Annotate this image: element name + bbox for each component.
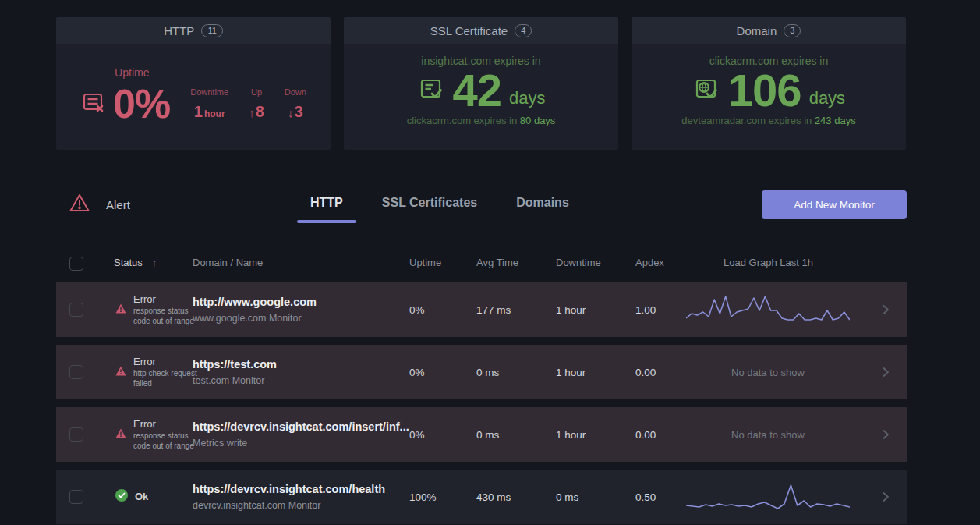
ssl-secondary-prefix: clickacrm.com expires in	[407, 115, 520, 126]
domain-cell: https://test.comtest.com Monitor	[193, 345, 277, 399]
row-checkbox[interactable]	[69, 490, 83, 504]
table-row[interactable]: Errorresponse status code out of rangeht…	[56, 282, 907, 337]
apdex-value: 1.00	[635, 304, 656, 316]
sort-ascending-icon[interactable]: ↑	[152, 257, 157, 268]
domain-count-badge: 3	[784, 24, 801, 37]
column-header-avg-time[interactable]: Avg Time	[476, 257, 518, 268]
domain-cell: https://devrcv.insightcat.com/insert/inf…	[193, 407, 409, 462]
status-cell: Errorresponse status code out of range	[115, 407, 200, 462]
http-stat-down: Down↓3	[285, 87, 306, 121]
http-stats: Downtime1hourUp↑8Down↓3	[190, 73, 306, 121]
uptime-label: Uptime	[115, 66, 170, 79]
domain-card-body: clickacrm.com expires in 106 days devtea…	[632, 44, 906, 149]
no-data-label: No data to show	[731, 367, 805, 378]
load-graph-cell: No data to show	[686, 353, 850, 392]
ssl-summary-card: SSL Certificate 4 insightcat.com expires…	[344, 17, 618, 150]
row-chevron-right-icon[interactable]	[879, 303, 892, 316]
uptime-value: 0%	[409, 429, 425, 441]
domain-cell: http://www.google.comwww.google.com Moni…	[193, 282, 317, 337]
column-header-status[interactable]: Status↑	[114, 257, 157, 268]
up-arrow-icon: ↑	[249, 106, 255, 119]
load-sparkline	[686, 289, 850, 331]
uptime-value: 0%	[113, 80, 170, 127]
tab-domains[interactable]: Domains	[516, 196, 569, 223]
summary-cards: HTTP 11 Uptime 0% Do	[56, 17, 906, 150]
row-chevron-right-icon[interactable]	[879, 491, 892, 503]
avg-time-value: 177 ms	[476, 304, 511, 316]
ssl-days-value: 42	[453, 64, 502, 116]
ssl-secondary-text: clickacrm.com expires in 80 days	[344, 115, 618, 126]
status-cell: Errorresponse status code out of range	[115, 282, 200, 337]
certificate-check-icon	[417, 75, 445, 106]
stat-label: Up	[251, 87, 262, 97]
http-card-body: Uptime 0% Downtime1hourUp↑8Down↓3	[56, 44, 331, 149]
status-detail: http check request failed	[133, 369, 200, 388]
http-card-title: HTTP	[164, 24, 194, 37]
monitor-url: https://devrcv.insightcat.com/insert/inf…	[193, 420, 409, 433]
ssl-card-body: insightcat.com expires in 42 days clicka…	[344, 44, 618, 149]
table-row[interactable]: Okhttps://devrcv.insightcat.com/healthde…	[56, 470, 907, 524]
row-chevron-right-icon[interactable]	[879, 366, 892, 378]
alert-section: Alert	[69, 193, 130, 216]
row-checkbox[interactable]	[69, 427, 83, 442]
domain-secondary-value: 243 days	[815, 115, 856, 126]
no-data-label: No data to show	[731, 429, 805, 441]
apdex-value: 0.00	[635, 429, 656, 441]
domain-days-value: 106	[728, 64, 801, 116]
select-all-checkbox[interactable]	[69, 257, 83, 271]
uptime-value: 0%	[409, 304, 425, 316]
table-row[interactable]: Errorresponse status code out of rangeht…	[56, 407, 907, 462]
row-checkbox[interactable]	[69, 365, 83, 379]
downtime-value: 1 hour	[556, 367, 586, 378]
domain-cell: https://devrcv.insightcat.com/healthdevr…	[193, 470, 385, 524]
load-graph-cell: No data to show	[686, 415, 850, 454]
stat-value: ↓3	[288, 103, 303, 121]
load-sparkline	[686, 476, 850, 518]
tab-http[interactable]: HTTP	[310, 196, 343, 223]
load-graph-cell	[686, 290, 850, 329]
status-detail: response status code out of range	[133, 431, 200, 451]
stat-value: 1hour	[194, 103, 225, 121]
ssl-secondary-value: 80 days	[520, 115, 556, 126]
tab-ssl-certificates[interactable]: SSL Certificates	[382, 196, 477, 223]
ssl-card-header: SSL Certificate 4	[344, 17, 618, 44]
avg-time-value: 430 ms	[476, 491, 511, 503]
error-triangle-icon	[115, 365, 126, 379]
row-checkbox[interactable]	[69, 303, 83, 317]
monitor-tabs: HTTPSSL CertificatesDomains	[310, 196, 569, 223]
http-summary-card: HTTP 11 Uptime 0% Do	[56, 17, 331, 150]
alert-label: Alert	[106, 198, 130, 211]
row-chevron-right-icon[interactable]	[879, 428, 892, 441]
uptime-value: 0%	[409, 367, 425, 378]
column-header-downtime[interactable]: Downtime	[556, 257, 601, 268]
monitor-name: Metrics write	[193, 438, 409, 449]
ssl-days-unit: days	[509, 88, 545, 108]
table-header: Status↑ Domain / Name Uptime Avg Time Do…	[0, 257, 980, 272]
http-monitor-error-icon	[80, 89, 107, 119]
domain-days-unit: days	[809, 88, 845, 108]
downtime-value: 1 hour	[556, 304, 586, 316]
globe-check-icon	[692, 75, 720, 106]
uptime-block: Uptime 0%	[80, 66, 170, 127]
http-stat-downtime: Downtime1hour	[190, 87, 228, 121]
status-cell: Ok	[115, 470, 202, 524]
downtime-value: 0 ms	[556, 491, 578, 503]
error-triangle-icon	[115, 427, 126, 442]
domain-card-title: Domain	[737, 24, 777, 37]
monitor-list: Errorresponse status code out of rangeht…	[56, 282, 907, 525]
monitor-url: http://www.google.com	[193, 296, 317, 308]
status-label: Error	[133, 356, 200, 367]
column-header-uptime[interactable]: Uptime	[409, 257, 441, 268]
table-row[interactable]: Errorhttp check request failedhttps://te…	[56, 345, 907, 399]
add-new-monitor-button[interactable]: Add New Monitor	[762, 190, 907, 219]
domain-secondary-text: devteamradar.com expires in 243 days	[632, 115, 906, 126]
apdex-value: 0.50	[635, 491, 656, 503]
stat-label: Downtime	[190, 87, 228, 97]
column-header-domain[interactable]: Domain / Name	[193, 257, 263, 268]
domain-secondary-prefix: devteamradar.com expires in	[681, 115, 815, 126]
down-arrow-icon: ↓	[288, 106, 294, 119]
monitor-name: devrcv.insightcat.com Monitor	[193, 500, 385, 511]
load-graph-cell	[686, 477, 850, 516]
column-header-apdex[interactable]: Apdex	[635, 257, 664, 268]
ok-check-icon	[115, 489, 128, 505]
